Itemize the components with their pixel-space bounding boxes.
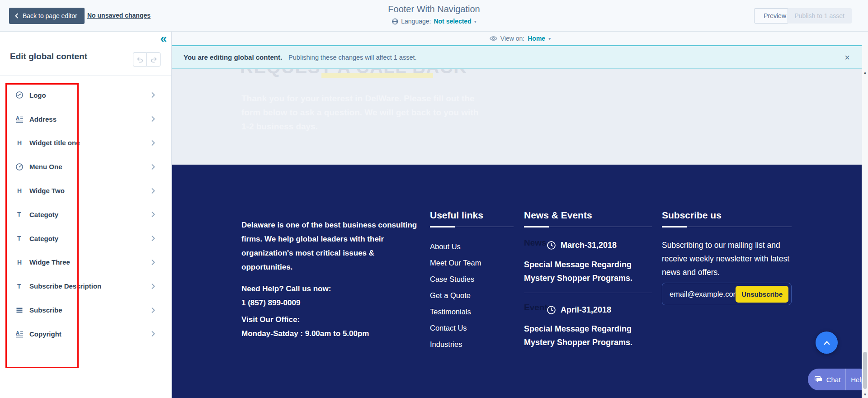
news-date-row: March-31,2018 xyxy=(547,241,617,250)
text-icon: T xyxy=(15,234,24,242)
news-divider xyxy=(524,293,652,293)
office-label: Visit Our Office: xyxy=(241,313,425,327)
footer-about-column: Delaware is one of the best business con… xyxy=(241,218,425,341)
email-input[interactable] xyxy=(670,283,737,305)
news-date: March-31,2018 xyxy=(561,241,617,250)
chevron-right-icon xyxy=(150,283,157,290)
unsaved-changes-link[interactable]: No unsaved changes xyxy=(87,12,151,19)
pill-divider xyxy=(845,369,846,390)
undo-icon xyxy=(137,56,144,63)
publish-button[interactable]: Publish to 1 asset xyxy=(787,8,852,24)
chevron-right-icon xyxy=(150,259,157,266)
footer-link-testimonials[interactable]: Testimonials xyxy=(430,303,514,320)
scrollbar-down-icon[interactable]: ▼ xyxy=(862,393,868,397)
chat-button[interactable]: Chat xyxy=(826,376,841,384)
sidebar-item-subscribe-description[interactable]: T Subscribe Description xyxy=(0,274,171,298)
view-on-selector[interactable]: Home xyxy=(528,35,545,42)
eye-icon xyxy=(490,35,497,42)
sidebar-item-label: Subscribe Description xyxy=(29,282,101,290)
text-icon: T xyxy=(15,210,24,218)
help-button[interactable]: Help xyxy=(851,376,862,384)
footer-links-list: About Us Meet Our Team Case Studies Get … xyxy=(430,238,514,352)
scrollbar-thumb[interactable] xyxy=(863,352,867,389)
globe-icon xyxy=(392,18,398,25)
caret-down-icon: ▾ xyxy=(548,36,551,41)
footer-link-case-studies[interactable]: Case Studies xyxy=(430,271,514,287)
sidebar-item-widge-three[interactable]: H Widge Three xyxy=(0,251,171,275)
svg-text:A: A xyxy=(16,115,19,121)
caret-down-icon: ▾ xyxy=(474,19,476,24)
sidebar-item-categoty-1[interactable]: T Categoty xyxy=(0,203,171,227)
form-icon xyxy=(15,306,24,314)
clock-icon xyxy=(547,241,556,250)
office-hours: Monday-Satday : 9.00am to 5.00pm xyxy=(241,327,425,341)
phone-number: 1 (857) 899-0009 xyxy=(241,296,425,310)
sidebar-item-subscribe[interactable]: Subscribe xyxy=(0,298,171,322)
footer-subscribe-column: Subscribe us Subscribing to our mailing … xyxy=(662,210,792,279)
title-rule xyxy=(662,226,792,227)
news-events-title: News & Events xyxy=(524,210,652,221)
redo-icon xyxy=(150,56,157,63)
svg-text:H: H xyxy=(17,139,22,147)
footer-link-contact-us[interactable]: Contact Us xyxy=(430,320,514,336)
close-icon[interactable]: × xyxy=(844,53,850,62)
sidebar-item-label: Widge Two xyxy=(29,187,65,194)
scroll-to-top-button[interactable] xyxy=(816,332,838,354)
sidebar-item-logo[interactable]: Logo xyxy=(0,83,171,107)
clock-icon xyxy=(547,305,556,315)
language-label: Language: xyxy=(401,18,431,25)
footer-link-get-a-quote[interactable]: Get a Quote xyxy=(430,287,514,303)
undo-button[interactable] xyxy=(133,52,147,66)
sidebar-item-widget-title-one[interactable]: H Widget title one xyxy=(0,131,171,155)
language-selector[interactable]: Not selected xyxy=(434,18,471,25)
global-content-banner: You are editing global content. Publishi… xyxy=(172,45,862,69)
svg-text:H: H xyxy=(17,187,22,194)
page-title: Footer With Navigation xyxy=(388,4,480,14)
scrollbar-up-icon[interactable]: ▲ xyxy=(862,71,868,75)
chevron-left-icon xyxy=(14,13,19,19)
sidebar-item-label: Categoty xyxy=(29,235,58,242)
main-area: View on: Home ▾ You are editing global c… xyxy=(172,32,868,398)
logo-icon xyxy=(15,91,24,99)
chevron-right-icon xyxy=(150,235,157,242)
svg-text:T: T xyxy=(17,211,21,218)
sidebar-item-address[interactable]: A Address xyxy=(0,107,171,131)
sidebar-item-widge-two[interactable]: H Widge Two xyxy=(0,179,171,203)
company-description: Delaware is one of the best business con… xyxy=(241,218,425,274)
history-buttons xyxy=(133,52,160,66)
sidebar-item-label: Widge Three xyxy=(29,258,70,266)
vertical-scrollbar[interactable]: ▲ ▼ xyxy=(862,45,868,398)
back-to-page-editor-button[interactable]: Back to page editor xyxy=(9,8,85,24)
help-block: Need Help? Call us now: 1 (857) 899-0009 xyxy=(241,282,425,310)
title-rule xyxy=(430,226,514,227)
sidebar-item-categoty-2[interactable]: T Categoty xyxy=(0,227,171,251)
chat-help-widget: Chat Help xyxy=(808,369,862,390)
top-center: Footer With Navigation Language: Not sel… xyxy=(388,4,480,25)
footer-link-meet-our-team[interactable]: Meet Our Team xyxy=(430,255,514,271)
sidebar-item-label: Widget title one xyxy=(29,139,80,147)
footer-link-industries[interactable]: Industries xyxy=(430,336,514,352)
events-message[interactable]: Special Message Regarding Mystery Shoppe… xyxy=(524,322,648,349)
unsubscribe-button[interactable]: Unsubscribe xyxy=(736,286,788,303)
global-module-list: Logo A Address H Widget title one xyxy=(0,83,171,346)
chevron-right-icon xyxy=(150,163,157,171)
sidebar-item-label: Subscribe xyxy=(29,306,62,314)
edit-sidebar: « Edit global content Logo xyxy=(0,32,172,398)
language-row: Language: Not selected ▾ xyxy=(388,18,480,25)
chevron-right-icon xyxy=(150,139,157,147)
view-on-bar: View on: Home ▾ xyxy=(172,32,868,45)
events-date-row: April-31,2018 xyxy=(547,305,611,315)
chevron-right-icon xyxy=(150,330,157,337)
footer-link-about-us[interactable]: About Us xyxy=(430,238,514,255)
text-icon: T xyxy=(15,282,24,290)
help-label: Need Help? Call us now: xyxy=(241,282,425,296)
richtext-icon: A xyxy=(15,330,24,338)
news-message[interactable]: Special Message Regarding Mystery Shoppe… xyxy=(524,258,648,285)
sidebar-item-copyright[interactable]: A Copyright xyxy=(0,322,171,346)
top-bar: Back to page editor No unsaved changes F… xyxy=(0,0,868,32)
sidebar-item-menu-one[interactable]: Menu One xyxy=(0,155,171,179)
richtext-icon: A xyxy=(15,115,24,123)
faded-section-paragraph: Thank you for your interest in DelWare. … xyxy=(241,91,488,133)
redo-button[interactable] xyxy=(146,52,160,66)
sidebar-item-label: Categoty xyxy=(29,211,58,218)
